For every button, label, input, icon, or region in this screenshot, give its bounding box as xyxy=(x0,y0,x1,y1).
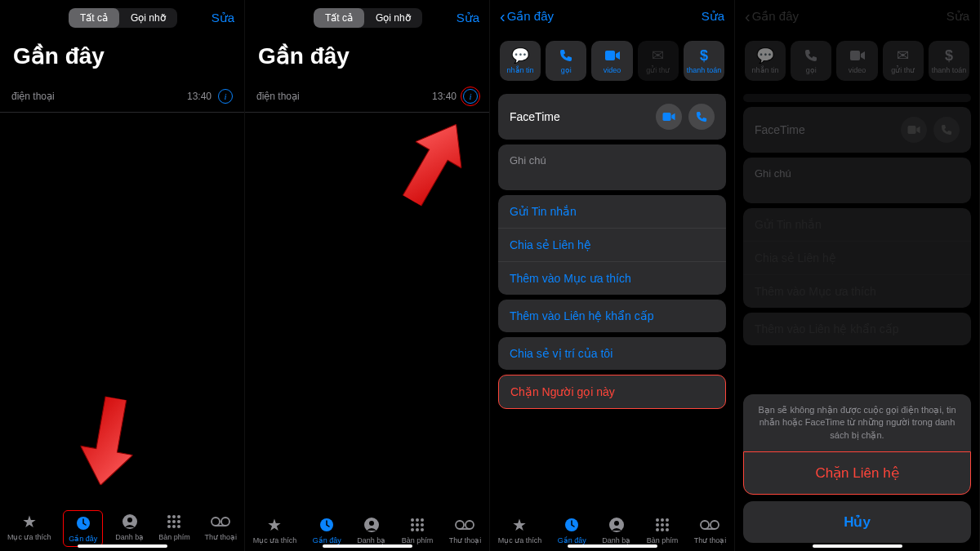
keypad-icon xyxy=(654,516,670,534)
action-sheet: Bạn sẽ không nhận được cuộc gọi điện tho… xyxy=(735,386,979,551)
menu-emergency[interactable]: Thêm vào Liên hệ khẩn cấp xyxy=(498,300,726,332)
tab-recents[interactable]: Gần đây xyxy=(65,513,100,544)
svg-point-18 xyxy=(411,518,414,522)
segment-control[interactable]: Tất cả Gọi nhỡ xyxy=(69,8,177,28)
tab-contacts[interactable]: Danh bạ xyxy=(115,513,144,544)
dollar-icon: $ xyxy=(945,47,953,64)
svg-point-17 xyxy=(369,521,374,526)
segment-control[interactable]: Tất cả Gọi nhỡ xyxy=(314,8,422,28)
call-row[interactable]: điện thoại 13:40 i xyxy=(245,81,489,113)
svg-point-8 xyxy=(177,520,180,523)
action-mail: ✉gửi thư xyxy=(883,41,924,81)
keypad-icon xyxy=(409,516,425,534)
facetime-audio-button[interactable] xyxy=(688,104,715,130)
tab-keypad[interactable]: Bàn phím xyxy=(647,516,679,544)
sheet-message: Bạn sẽ không nhận được cuộc gọi điện tho… xyxy=(743,394,971,451)
video-icon xyxy=(850,47,865,64)
svg-point-4 xyxy=(172,515,176,518)
pointer-arrow xyxy=(389,111,479,214)
menu-add-favorite[interactable]: Thêm vào Mục ưa thích xyxy=(498,262,726,295)
svg-point-13 xyxy=(221,518,229,526)
tab-favorites[interactable]: ★Mục ưa thích xyxy=(253,516,297,544)
notes-section[interactable]: Ghi chú xyxy=(498,144,726,190)
tab-keypad[interactable]: Bàn phím xyxy=(158,513,190,544)
edit-button[interactable]: Sửa xyxy=(457,11,479,25)
notes-section: Ghi chú xyxy=(743,158,971,203)
tab-contacts[interactable]: Danh bạ xyxy=(602,516,630,544)
svg-point-27 xyxy=(456,521,464,529)
home-indicator[interactable] xyxy=(568,544,657,548)
placeholder xyxy=(743,94,971,102)
action-pay[interactable]: $thanh toán xyxy=(684,41,724,81)
svg-rect-48 xyxy=(908,126,916,134)
svg-point-11 xyxy=(177,525,180,528)
menu-send-message[interactable]: Gửi Tin nhắn xyxy=(498,195,726,229)
svg-point-20 xyxy=(421,518,424,522)
edit-button[interactable]: Sửa xyxy=(702,9,724,24)
star-icon: ★ xyxy=(267,516,282,534)
menu-share-location[interactable]: Chia sẻ vị trí của tôi xyxy=(498,337,726,370)
menu-list-2: Thêm vào Liên hệ khẩn cấp xyxy=(498,300,726,332)
seg-all[interactable]: Tất cả xyxy=(69,8,119,28)
phone-icon xyxy=(804,47,817,64)
star-icon: ★ xyxy=(512,516,527,534)
action-row: 💬nhắn tin gọi video ✉gửi thư $thanh toán xyxy=(490,33,734,89)
info-icon[interactable]: i xyxy=(463,89,478,104)
svg-rect-47 xyxy=(850,51,860,60)
call-row[interactable]: điện thoại 13:40 i xyxy=(0,81,244,113)
tab-recents[interactable]: Gần đây xyxy=(558,516,586,544)
screen-1: Tất cả Gọi nhỡ Sửa Gần đây điện thoại 13… xyxy=(0,0,245,551)
tab-favorites[interactable]: ★Mục ưa thích xyxy=(7,513,51,544)
seg-all[interactable]: Tất cả xyxy=(314,8,364,28)
sheet-cancel-button[interactable]: Hủy xyxy=(743,501,971,543)
back-button[interactable]: ‹Gần đây xyxy=(500,8,554,24)
tab-keypad[interactable]: Bàn phím xyxy=(402,516,434,544)
video-icon xyxy=(605,47,620,64)
home-indicator[interactable] xyxy=(323,544,412,548)
tab-voicemail[interactable]: Thư thoại xyxy=(205,513,238,544)
svg-point-9 xyxy=(167,525,171,528)
facetime-audio-button xyxy=(933,117,960,143)
tab-contacts[interactable]: Danh bạ xyxy=(357,516,385,544)
facetime-video-button[interactable] xyxy=(656,104,682,130)
menu-block-caller[interactable]: Chặn Người gọi này xyxy=(498,375,726,409)
topbar: Tất cả Gọi nhỡ Sửa xyxy=(0,0,244,36)
edit-button[interactable]: Sửa xyxy=(212,11,234,25)
star-icon: ★ xyxy=(22,513,37,531)
svg-point-6 xyxy=(167,520,171,523)
menu-list-2: Thêm vào Liên hệ khẩn cấp xyxy=(743,313,971,345)
tab-recents[interactable]: Gần đây xyxy=(313,516,341,544)
sheet-block-button[interactable]: Chặn Liên hệ xyxy=(743,451,971,495)
call-time: 13:40 xyxy=(432,91,457,102)
svg-point-39 xyxy=(661,523,664,527)
edit-button: Sửa xyxy=(947,9,969,24)
chevron-left-icon: ‹ xyxy=(745,8,751,24)
menu-share-contact[interactable]: Chia sẻ Liên hệ xyxy=(498,229,726,262)
seg-missed[interactable]: Gọi nhỡ xyxy=(364,8,422,28)
svg-point-26 xyxy=(421,528,424,531)
action-message: 💬nhắn tin xyxy=(745,41,786,81)
action-call: gọi xyxy=(791,41,831,81)
action-video[interactable]: video xyxy=(591,41,632,81)
home-indicator[interactable] xyxy=(813,544,902,548)
call-label: điện thoại xyxy=(256,91,300,102)
action-message[interactable]: 💬nhắn tin xyxy=(500,41,541,81)
voicemail-icon xyxy=(455,516,474,534)
action-call[interactable]: gọi xyxy=(546,41,586,81)
tab-voicemail[interactable]: Thư thoại xyxy=(694,516,727,544)
call-label: điện thoại xyxy=(11,91,55,102)
seg-missed[interactable]: Gọi nhỡ xyxy=(119,8,177,28)
svg-point-44 xyxy=(701,521,709,529)
clock-icon xyxy=(75,514,91,532)
svg-point-3 xyxy=(167,515,171,518)
tab-favorites[interactable]: ★Mục ưa thích xyxy=(498,516,542,544)
tab-voicemail[interactable]: Thư thoại xyxy=(449,516,482,544)
svg-point-24 xyxy=(411,528,414,531)
voicemail-icon xyxy=(211,513,230,531)
svg-point-5 xyxy=(177,515,180,518)
home-indicator[interactable] xyxy=(78,544,167,548)
menu-emergency: Thêm vào Liên hệ khẩn cấp xyxy=(743,313,971,345)
screen-2: Tất cả Gọi nhỡ Sửa Gần đây điện thoại 13… xyxy=(245,0,490,551)
info-icon[interactable]: i xyxy=(218,89,233,104)
chevron-left-icon: ‹ xyxy=(500,8,506,24)
